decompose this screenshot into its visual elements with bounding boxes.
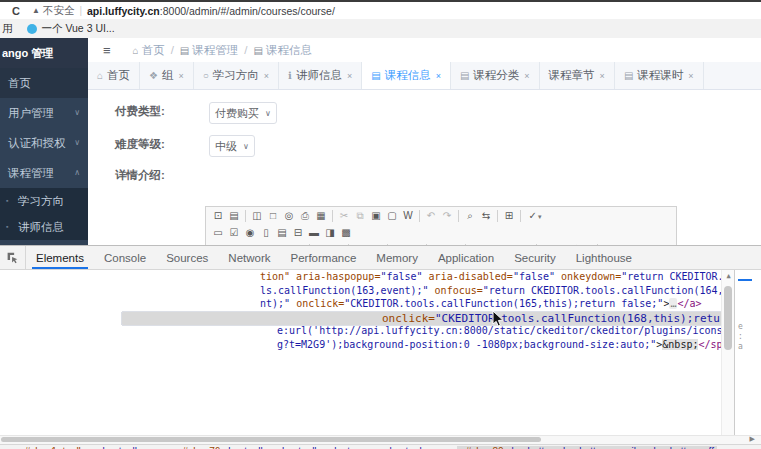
sidebar-subitem-study-direction[interactable]: ▪学习方向 xyxy=(0,188,88,214)
styles-tab-underline xyxy=(738,279,752,281)
sidebar-brand: ango 管理 xyxy=(0,38,88,68)
url-path[interactable]: :8000/admin/#/admin/courses/course/ xyxy=(160,5,335,17)
bookmarks-bar: 用 一个 Vue 3 UI... xyxy=(0,19,761,39)
radio-icon[interactable]: ◉ xyxy=(242,226,258,240)
bookmark-title[interactable]: 一个 Vue 3 UI... xyxy=(42,22,115,36)
cut-icon[interactable]: ✂ xyxy=(336,209,352,223)
tab-course-info[interactable]: ▤课程信息× xyxy=(362,62,451,89)
styles-fragment: e xyxy=(738,322,743,331)
code-line[interactable]: onclick="CKEDITOR.tools.callFunction(168… xyxy=(121,311,761,327)
templates-icon[interactable]: ▤ xyxy=(226,209,242,223)
tab-course-lesson[interactable]: ▤课程课时× xyxy=(615,62,704,89)
forward-arrow-icon[interactable]: › xyxy=(0,5,8,17)
devtools-vertical-scrollbar[interactable]: ▲ xyxy=(721,270,735,435)
difficulty-select[interactable]: 中级 ∨ xyxy=(209,135,255,157)
close-icon[interactable]: × xyxy=(688,71,693,81)
devtools-panel: ElementsConsoleSourcesNetworkPerformance… xyxy=(0,245,761,449)
breadcrumb-item[interactable]: 课程信息 xyxy=(266,43,312,58)
paste-text-icon[interactable]: ▢ xyxy=(384,209,400,223)
app-header: ≡ ⌂首页/▤课程管理/▤课程信息 xyxy=(88,38,761,62)
tab-groups[interactable]: ❖组× xyxy=(140,62,194,89)
tab-home[interactable]: ⌂首页 xyxy=(88,62,140,89)
tab-teacher-info[interactable]: ℹ讲师信息× xyxy=(279,62,362,89)
breadcrumb-item[interactable]: 首页 xyxy=(142,43,165,58)
tab-icon: ○ xyxy=(203,70,209,81)
chevron-icon: ∧ xyxy=(74,158,80,188)
hamburger-icon[interactable]: ≡ xyxy=(103,43,111,58)
code-line[interactable]: ls.callFunction(163,event);" onfocus="re… xyxy=(0,284,761,298)
undo-icon[interactable]: ↶ xyxy=(423,209,439,223)
close-icon[interactable]: × xyxy=(264,71,269,81)
sidebar-subitem-teacher-info[interactable]: ▪讲师信息 xyxy=(0,214,88,240)
tab-course-category[interactable]: ▤课程分类× xyxy=(451,62,540,89)
tab-icon: ℹ xyxy=(288,70,292,81)
sidebar-item-auth[interactable]: 认证和授权∨ xyxy=(0,128,88,158)
tab-study-direction[interactable]: ○学习方向× xyxy=(194,62,279,89)
devtools-tab-lighthouse[interactable]: Lighthouse xyxy=(566,246,642,269)
not-secure-warning-icon: ▲ xyxy=(32,6,40,15)
difficulty-value: 中级 xyxy=(215,139,237,154)
code-line[interactable]: tion" aria-haspopup="false" aria-disable… xyxy=(0,270,761,284)
code-line[interactable]: nt);" onclick="CKEDITOR.tools.callFuncti… xyxy=(0,297,761,311)
checkbox-icon[interactable]: ☑ xyxy=(226,226,242,240)
select-all-icon[interactable]: ⊞ xyxy=(501,209,517,223)
devtools-tab-memory[interactable]: Memory xyxy=(366,246,428,269)
breadcrumb-item[interactable]: 课程管理 xyxy=(192,43,238,58)
textfield-icon[interactable]: ▯ xyxy=(258,226,274,240)
pay-type-select[interactable]: 付费购买 ∨ xyxy=(209,102,277,124)
inspect-element-icon[interactable] xyxy=(0,246,26,269)
new-page-icon[interactable]: □ xyxy=(265,209,281,223)
horizontal-scroll-thumb[interactable] xyxy=(1,437,541,442)
select-field-icon[interactable]: ⊟ xyxy=(290,226,306,240)
devtools-tab-elements[interactable]: Elements xyxy=(26,246,94,269)
sidebar-item-users[interactable]: 用户管理∨ xyxy=(0,98,88,128)
devtools-tab-network[interactable]: Network xyxy=(218,246,280,269)
apps-label[interactable]: 用 xyxy=(2,22,13,36)
devtools-tab-console[interactable]: Console xyxy=(94,246,156,269)
tab-icon: ▤ xyxy=(460,70,469,81)
devtools-tab-application[interactable]: Application xyxy=(428,246,504,269)
hidden-field-icon[interactable]: ▩ xyxy=(338,226,354,240)
elements-tree[interactable]: tion" aria-haspopup="false" aria-disable… xyxy=(0,270,761,435)
paste-icon[interactable]: ▣ xyxy=(368,209,384,223)
copy-icon[interactable]: ⧉ xyxy=(352,209,368,223)
sidebar-item-home[interactable]: 首页 xyxy=(0,68,88,98)
security-label[interactable]: 不安全 xyxy=(43,4,75,18)
main-content: ≡ ⌂首页/▤课程管理/▤课程信息 ⌂首页❖组×○学习方向×ℹ讲师信息×▤课程信… xyxy=(88,38,761,245)
devtools-styles-pane: e : a xyxy=(734,270,761,435)
devtools-horizontal-scrollbar[interactable]: ▶ xyxy=(0,435,761,444)
close-icon[interactable]: × xyxy=(436,71,441,81)
doc-props-icon[interactable]: ▦ xyxy=(313,209,329,223)
devtools-tab-sources[interactable]: Sources xyxy=(156,246,218,269)
save-icon[interactable]: ◫ xyxy=(249,209,265,223)
scroll-right-icon[interactable]: ▶ xyxy=(750,435,755,443)
reload-icon[interactable]: C xyxy=(8,5,24,17)
close-icon[interactable]: × xyxy=(524,71,529,81)
image-button-icon[interactable]: ◨ xyxy=(322,226,338,240)
source-icon[interactable]: ⊡ xyxy=(210,209,226,223)
paste-word-icon[interactable]: W xyxy=(400,209,416,223)
close-icon[interactable]: × xyxy=(347,71,352,81)
breadcrumb-separator: / xyxy=(244,44,247,56)
tab-course-chapter[interactable]: 课程章节× xyxy=(540,62,615,89)
form-icon[interactable]: ▭ xyxy=(210,226,226,240)
vertical-scroll-thumb[interactable] xyxy=(724,286,732,350)
print-icon[interactable]: ⎙ xyxy=(297,209,313,223)
chevron-down-icon: ∨ xyxy=(265,109,271,118)
textarea-icon[interactable]: ▤ xyxy=(274,226,290,240)
close-icon[interactable]: × xyxy=(600,71,605,81)
code-line[interactable]: e:url('http://api.luffycity.cn:8000/stat… xyxy=(0,324,761,338)
preview-icon[interactable]: ◎ xyxy=(281,209,297,223)
replace-icon[interactable]: ⇆ xyxy=(478,209,494,223)
redo-icon[interactable]: ↷ xyxy=(439,209,455,223)
code-line[interactable]: g?t=M2G9');background-position:0 -1080px… xyxy=(0,338,761,352)
close-icon[interactable]: × xyxy=(179,71,184,81)
spellcheck-icon[interactable]: ✓▾ xyxy=(524,209,546,223)
url-host[interactable]: api.luffycity.cn xyxy=(87,5,160,17)
devtools-tab-security[interactable]: Security xyxy=(504,246,566,269)
sidebar-item-courses[interactable]: 课程管理∧ xyxy=(0,158,88,188)
toolbar-separator xyxy=(520,210,521,222)
devtools-tab-performance[interactable]: Performance xyxy=(281,246,367,269)
find-icon[interactable]: ⌕ xyxy=(462,209,478,223)
button-field-icon[interactable]: ▬ xyxy=(306,226,322,240)
